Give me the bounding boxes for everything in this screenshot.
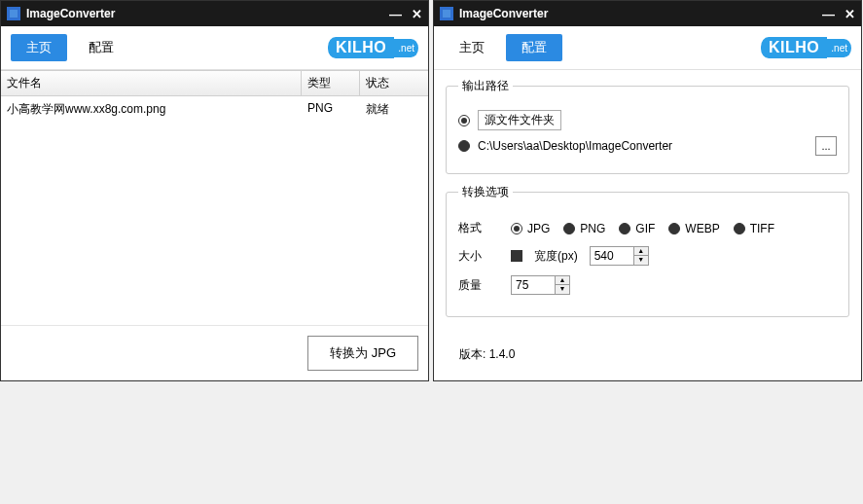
format-jpg[interactable]: JPG <box>511 222 550 235</box>
width-down[interactable]: ▼ <box>634 256 648 265</box>
output-path-text: C:\Users\aa\Desktop\ImageConverter <box>478 139 808 153</box>
table-header: 文件名 类型 状态 <box>1 70 428 96</box>
format-tiff[interactable]: TIFF <box>734 222 774 235</box>
format-png[interactable]: PNG <box>563 222 605 235</box>
tab-home[interactable]: 主页 <box>444 34 500 61</box>
logo-suffix: .net <box>394 39 418 57</box>
app-title: ImageConverter <box>26 7 389 20</box>
quality-field[interactable] <box>512 278 555 292</box>
radio-custom-path[interactable] <box>458 140 470 152</box>
format-webp[interactable]: WEBP <box>668 222 719 235</box>
width-up[interactable]: ▲ <box>634 247 648 256</box>
browse-button[interactable]: ... <box>815 136 837 156</box>
config-panel: 输出路径 源文件文件夹 C:\Users\aa\Desktop\ImageCon… <box>434 70 861 380</box>
logo-text: KILHO <box>328 37 394 58</box>
window-config: ImageConverter — ✕ 主页 配置 KILHO .net 输出路径… <box>433 0 862 381</box>
close-button[interactable]: ✕ <box>845 7 855 21</box>
table-body[interactable]: 小高教学网www.xx8g.com.png PNG 就绪 <box>1 96 428 325</box>
file-list-panel: 文件名 类型 状态 小高教学网www.xx8g.com.png PNG 就绪 <box>1 70 428 325</box>
app-title: ImageConverter <box>459 7 822 20</box>
cell-filename: 小高教学网www.xx8g.com.png <box>1 99 302 120</box>
output-path-legend: 输出路径 <box>458 78 513 94</box>
logo-text: KILHO <box>761 37 827 58</box>
width-field[interactable] <box>591 249 633 263</box>
col-type[interactable]: 类型 <box>302 71 360 95</box>
minimize-button[interactable]: — <box>389 7 402 21</box>
convert-options-legend: 转换选项 <box>458 184 513 200</box>
output-path-group: 输出路径 源文件文件夹 C:\Users\aa\Desktop\ImageCon… <box>446 78 849 174</box>
version-label: 版本: 1.4.0 <box>446 337 849 373</box>
logo: KILHO .net <box>328 37 418 58</box>
close-button[interactable]: ✕ <box>412 7 422 21</box>
width-label: 宽度(px) <box>534 248 578 265</box>
cell-type: PNG <box>302 99 360 120</box>
convert-button[interactable]: 转换为 JPG <box>307 336 418 371</box>
tab-config[interactable]: 配置 <box>506 34 562 61</box>
titlebar[interactable]: ImageConverter — ✕ <box>1 1 428 26</box>
quality-down[interactable]: ▼ <box>556 285 569 294</box>
quality-up[interactable]: ▲ <box>556 276 569 285</box>
logo: KILHO .net <box>761 37 851 58</box>
format-gif[interactable]: GIF <box>619 222 655 235</box>
radio-source-folder[interactable] <box>458 115 470 126</box>
radio-source-label: 源文件文件夹 <box>478 110 561 130</box>
tab-config[interactable]: 配置 <box>73 34 129 61</box>
format-options: JPG PNG GIF WEBP TIFF <box>511 222 774 235</box>
titlebar[interactable]: ImageConverter — ✕ <box>434 1 861 26</box>
logo-suffix: .net <box>827 39 851 57</box>
minimize-button[interactable]: — <box>822 7 835 21</box>
table-row[interactable]: 小高教学网www.xx8g.com.png PNG 就绪 <box>1 96 428 123</box>
app-icon <box>7 7 20 20</box>
format-label: 格式 <box>458 220 499 236</box>
quality-label: 质量 <box>458 277 499 294</box>
width-input[interactable]: ▲ ▼ <box>590 246 649 266</box>
tab-home[interactable]: 主页 <box>11 34 67 61</box>
app-icon <box>440 7 453 20</box>
quality-input[interactable]: ▲ ▼ <box>511 275 570 295</box>
toolbar: 主页 配置 KILHO .net <box>1 26 428 70</box>
toolbar: 主页 配置 KILHO .net <box>434 26 861 70</box>
col-status[interactable]: 状态 <box>360 71 428 95</box>
convert-options-group: 转换选项 格式 JPG PNG GIF WEBP TIFF 大小 宽度(px) <box>446 184 849 317</box>
col-filename[interactable]: 文件名 <box>1 71 302 95</box>
width-checkbox[interactable] <box>511 250 522 262</box>
cell-status: 就绪 <box>360 99 428 120</box>
footer: 转换为 JPG <box>1 325 428 380</box>
size-label: 大小 <box>458 248 499 265</box>
window-main: ImageConverter — ✕ 主页 配置 KILHO .net 文件名 … <box>0 0 429 381</box>
